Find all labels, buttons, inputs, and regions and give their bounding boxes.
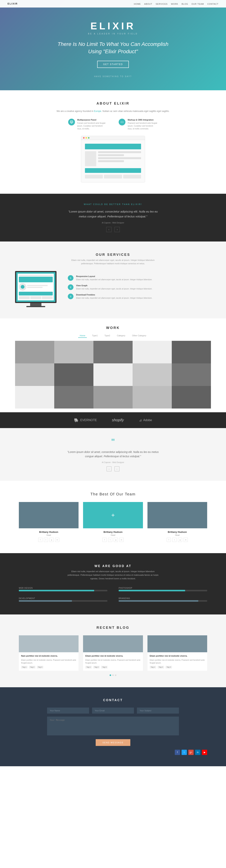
- team-social-li-3[interactable]: in: [183, 538, 188, 542]
- nav-item-about[interactable]: About: [144, 3, 152, 5]
- blog-title-1: Nam porttitor nisi id molestie viverra.: [21, 654, 76, 657]
- blog-card-2: Etiam porttitor nisi id molestie viverra…: [83, 636, 143, 671]
- team-photo-add[interactable]: +: [83, 502, 143, 528]
- blog-text-1: Etiam porttitor nisi id molestie viverra…: [21, 659, 76, 664]
- team-role-1: Head: [19, 534, 79, 536]
- work-tab-1[interactable]: Type1: [91, 334, 99, 338]
- nav-item-services[interactable]: Services: [156, 3, 168, 5]
- blog-dot-1[interactable]: [110, 675, 111, 676]
- team-card-3: Brittany Hudson Head f t g in: [147, 502, 207, 542]
- social-linkedin[interactable]: in: [195, 750, 200, 755]
- blog-tag-1-1[interactable]: Tag 1: [21, 666, 28, 669]
- services-section: OUR SERVICES Etiam nisl nulla, imperdiet…: [0, 242, 226, 318]
- services-header: OUR SERVICES Etiam nisl nulla, imperdiet…: [15, 253, 211, 265]
- team-name-3: Brittany Hudson: [147, 531, 207, 533]
- work-cell-2[interactable]: [54, 341, 93, 363]
- hero-title: There Is No Limit To What You Can Accomp…: [58, 40, 169, 55]
- work-cell-10[interactable]: [172, 363, 211, 386]
- work-tab-home[interactable]: Home: [78, 334, 87, 338]
- blog-tag-1-3[interactable]: Tag 3: [37, 666, 43, 669]
- blog-tag-2-2[interactable]: Tag 2: [93, 666, 100, 669]
- monitor-base: [26, 306, 45, 307]
- blog-text-3: Etiam porttitor nisi id molestie viverra…: [150, 659, 205, 664]
- work-cell-12[interactable]: [54, 386, 93, 408]
- blog-tag-1-2[interactable]: Tag 2: [29, 666, 35, 669]
- contact-message-input[interactable]: [47, 717, 179, 735]
- work-cell-11[interactable]: [15, 386, 54, 408]
- contact-submit-button[interactable]: Send Message: [96, 739, 130, 746]
- feature-desc-1: Fuinam sed hendrerit ante feugiat ipsum.…: [77, 122, 107, 130]
- blog-card-3: Etiam porttitor nisi id molestie viverra…: [147, 636, 207, 671]
- service-num-3: 3: [68, 293, 74, 299]
- browser-dot-green: [88, 137, 89, 138]
- team-social-fb-2[interactable]: f: [103, 538, 107, 542]
- services-title: OUR SERVICES: [15, 253, 211, 257]
- work-cell-7[interactable]: [54, 363, 93, 386]
- work-section: WORK Home Type1 Type2 Category Other Cat…: [0, 318, 226, 412]
- contact-name-input[interactable]: [47, 708, 89, 714]
- work-cell-6[interactable]: [15, 363, 54, 386]
- work-cell-15[interactable]: [172, 386, 211, 408]
- team-social-gp-1[interactable]: g: [50, 538, 54, 542]
- social-facebook[interactable]: f: [175, 750, 180, 755]
- testimonial2-prev-button[interactable]: ‹: [107, 466, 112, 471]
- contact-email-input[interactable]: [92, 708, 134, 714]
- testimonial2-next-button[interactable]: ›: [114, 466, 119, 471]
- hero-cta-button[interactable]: Get Started: [97, 61, 129, 68]
- team-social-tw-3[interactable]: t: [172, 538, 176, 542]
- testimonial-next-button[interactable]: ›: [114, 227, 120, 232]
- work-cell-9[interactable]: [133, 363, 172, 386]
- team-name-1: Brittany Hudson: [19, 531, 79, 533]
- work-tab-4[interactable]: Other Category: [131, 334, 148, 338]
- team-social-li-2[interactable]: in: [119, 538, 123, 542]
- testimonial2-author: Al Capone - Web Designer: [19, 461, 207, 463]
- work-cell-8[interactable]: [93, 363, 133, 386]
- work-cell-13[interactable]: [93, 386, 133, 408]
- team-social-gp-2[interactable]: g: [114, 538, 118, 542]
- team-social-fb-1[interactable]: f: [38, 538, 43, 542]
- browser-dot-red: [83, 137, 85, 138]
- feature-title-2: Markup & CMS Integration: [128, 119, 158, 121]
- social-youtube[interactable]: ▶: [202, 750, 207, 755]
- blog-dot-3[interactable]: [115, 675, 116, 676]
- work-tab-3[interactable]: Category: [115, 334, 127, 338]
- blog-dot-2[interactable]: [112, 675, 114, 676]
- social-googleplus[interactable]: g+: [188, 750, 194, 755]
- work-cell-14[interactable]: [133, 386, 172, 408]
- nav-item-team[interactable]: Our Team: [192, 3, 204, 5]
- work-cell-4[interactable]: [133, 341, 172, 363]
- team-social-li-1[interactable]: in: [55, 538, 59, 542]
- team-social-fb-3[interactable]: f: [167, 538, 171, 542]
- testimonial-nav: ‹ ›: [19, 227, 207, 232]
- team-social-tw-1[interactable]: t: [44, 538, 48, 542]
- blog-tag-2-3[interactable]: Tag 3: [101, 666, 108, 669]
- team-social-tw-2[interactable]: t: [108, 538, 112, 542]
- blog-tag-2-1[interactable]: Tag 1: [85, 666, 92, 669]
- social-twitter[interactable]: t: [181, 750, 187, 755]
- testimonial-prev-button[interactable]: ‹: [106, 227, 112, 232]
- team-social-gp-3[interactable]: g: [178, 538, 182, 542]
- nav-item-blog[interactable]: Blog: [181, 3, 188, 5]
- blog-tag-3-2[interactable]: Tag 2: [158, 666, 164, 669]
- nav-item-work[interactable]: Work: [171, 3, 178, 5]
- contact-subject-input[interactable]: [137, 708, 179, 714]
- feature-markup: Markup & CMS Integration Praesent sed he…: [119, 119, 158, 130]
- blog-title-2: Etiam porttitor nisi id molestie viverra…: [85, 654, 141, 657]
- nav-item-contact[interactable]: Contact: [207, 3, 219, 5]
- skill-webdesign: WEB DESIGN: [19, 587, 107, 591]
- service-num-2: 2: [68, 284, 74, 290]
- blog-tag-3-3[interactable]: Tag 3: [166, 666, 172, 669]
- work-tab-2[interactable]: Type2: [103, 334, 112, 338]
- work-cell-1[interactable]: [15, 341, 54, 363]
- blog-tag-3-1[interactable]: Tag 1: [150, 666, 156, 669]
- nav-item-home[interactable]: Home: [134, 3, 141, 5]
- work-tabs: Home Type1 Type2 Category Other Category: [15, 334, 211, 338]
- team-title: The Best Of Our Team: [19, 492, 207, 496]
- work-cell-3[interactable]: [93, 341, 133, 363]
- blog-card-1: Nam porttitor nisi id molestie viverra. …: [19, 636, 79, 671]
- team-photo-1: [19, 502, 79, 528]
- blog-grid: Nam porttitor nisi id molestie viverra. …: [19, 636, 207, 671]
- work-cell-5[interactable]: [172, 341, 211, 363]
- skills-grid: WEB DESIGN PHOTOSHOP DEVELOPMENT BRANDIN…: [19, 587, 207, 603]
- browser-grid-mock: [85, 175, 141, 179]
